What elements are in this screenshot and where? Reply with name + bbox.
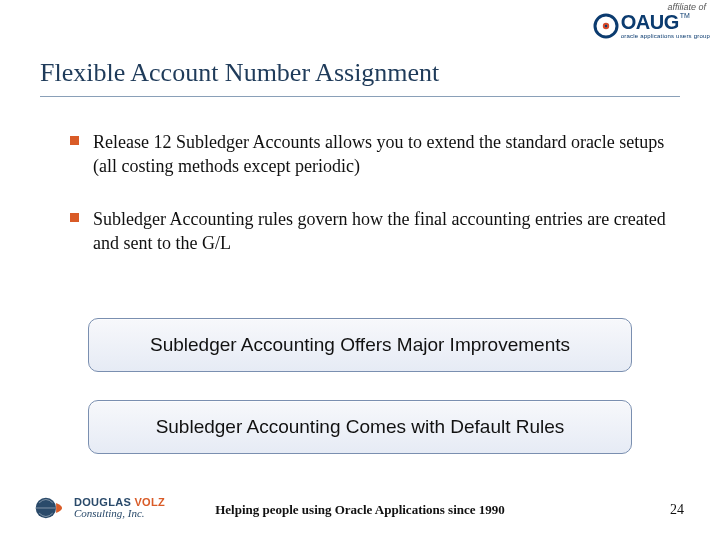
affiliate-block: affiliate of OAUGTM oracle applications … xyxy=(593,2,710,39)
page-number: 24 xyxy=(670,502,684,518)
callout-box-1: Subledger Accounting Offers Major Improv… xyxy=(88,318,632,372)
oaug-tagline: oracle applications users group xyxy=(621,33,710,39)
callout-box-2: Subledger Accounting Comes with Default … xyxy=(88,400,632,454)
oaug-name: OAUG xyxy=(621,11,679,33)
oaug-ring-icon xyxy=(593,13,619,39)
bullet-list: Release 12 Subledger Accounts allows you… xyxy=(70,130,670,283)
slide-title: Flexible Account Number Assignment xyxy=(40,58,439,88)
footer-tagline: Helping people using Oracle Applications… xyxy=(0,502,720,518)
bullet-marker-icon xyxy=(70,213,79,222)
trademark-symbol: TM xyxy=(680,12,690,19)
title-underline xyxy=(40,96,680,97)
callout-text: Subledger Accounting Offers Major Improv… xyxy=(150,334,570,356)
bullet-text: Release 12 Subledger Accounts allows you… xyxy=(93,130,670,179)
callout-text: Subledger Accounting Comes with Default … xyxy=(156,416,565,438)
oaug-logo: OAUGTM oracle applications users group xyxy=(593,12,710,39)
bullet-item: Release 12 Subledger Accounts allows you… xyxy=(70,130,670,179)
bullet-marker-icon xyxy=(70,136,79,145)
bullet-item: Subledger Accounting rules govern how th… xyxy=(70,207,670,256)
bullet-text: Subledger Accounting rules govern how th… xyxy=(93,207,670,256)
svg-point-2 xyxy=(605,24,607,26)
